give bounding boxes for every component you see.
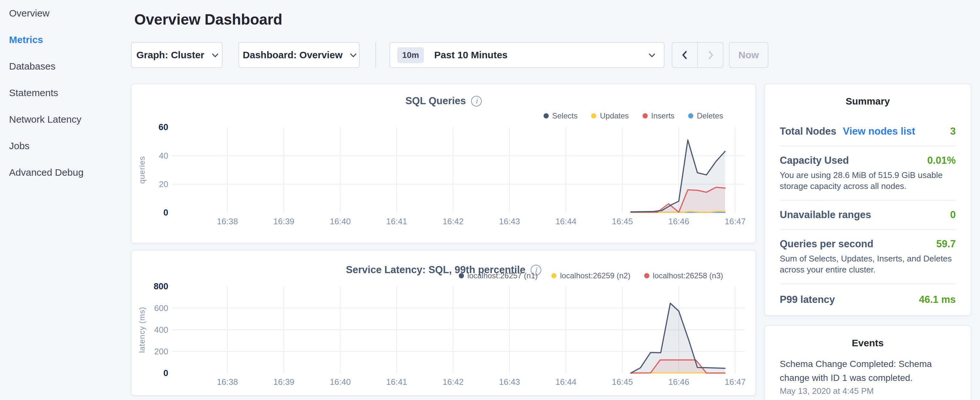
- summary-row-label: P99 latency: [780, 294, 835, 306]
- svg-text:60: 60: [159, 122, 168, 132]
- dashboard-selector-label: Dashboard: Overview: [243, 49, 342, 61]
- svg-text:16:44: 16:44: [555, 377, 576, 387]
- summary-row-label: Queries per second: [780, 238, 873, 250]
- svg-text:16:39: 16:39: [274, 217, 294, 226]
- svg-text:16:38: 16:38: [217, 217, 238, 226]
- sidebar-item-advanced-debug[interactable]: Advanced Debug: [0, 159, 131, 186]
- svg-text:16:45: 16:45: [612, 377, 633, 387]
- time-range-label: Past 10 Minutes: [434, 49, 508, 61]
- sidebar: Overview Metrics Databases Statements Ne…: [0, 0, 131, 186]
- svg-text:16:47: 16:47: [725, 217, 746, 226]
- events-title: Events: [780, 338, 956, 349]
- controls-divider: [375, 42, 376, 68]
- svg-text:0: 0: [163, 208, 168, 217]
- summary-row-label: Unavailable ranges: [780, 209, 871, 221]
- sidebar-item-jobs[interactable]: Jobs: [0, 133, 131, 159]
- event-list-item[interactable]: Schema Change Completed: Schema change w…: [780, 357, 956, 396]
- summary-divider: [780, 200, 956, 201]
- sidebar-item-network-latency[interactable]: Network Latency: [0, 106, 131, 133]
- summary-row-description: Sum of Selects, Updates, Inserts, and De…: [780, 253, 956, 275]
- svg-text:16:42: 16:42: [442, 377, 464, 387]
- summary-row-label: Total Nodes: [780, 126, 836, 137]
- summary-title: Summary: [780, 96, 956, 107]
- summary-panel: Summary Total Nodes View nodes list 3 Ca…: [764, 83, 971, 316]
- svg-text:16:45: 16:45: [612, 217, 633, 226]
- svg-text:16:46: 16:46: [668, 377, 689, 387]
- chevron-down-icon: [350, 51, 356, 57]
- summary-row-unavailable-ranges: Unavailable ranges 0: [780, 209, 956, 221]
- events-panel: Events Schema Change Completed: Schema c…: [764, 325, 971, 400]
- summary-row-total-nodes: Total Nodes View nodes list 3: [780, 126, 956, 137]
- view-nodes-list-link[interactable]: View nodes list: [843, 126, 915, 137]
- chevron-down-icon: [212, 51, 218, 57]
- svg-text:16:42: 16:42: [442, 217, 464, 226]
- svg-text:16:39: 16:39: [274, 377, 294, 387]
- summary-divider: [780, 284, 956, 284]
- svg-text:200: 200: [154, 347, 168, 356]
- graph-selector-label: Graph: Cluster: [136, 49, 204, 61]
- page-title: Overview Dashboard: [134, 10, 282, 29]
- svg-text:0: 0: [163, 368, 168, 378]
- svg-text:latency (ms): latency (ms): [137, 307, 146, 353]
- event-date: May 13, 2020 at 4:45 PM: [780, 386, 956, 396]
- time-range-badge: 10m: [397, 47, 424, 63]
- svg-text:16:43: 16:43: [499, 377, 520, 387]
- sidebar-item-statements[interactable]: Statements: [0, 80, 131, 106]
- svg-text:16:44: 16:44: [555, 217, 576, 226]
- summary-row-queries-per-second: Queries per second 59.7 Sum of Selects, …: [780, 238, 956, 275]
- dashboard-selector-dropdown[interactable]: Dashboard: Overview: [239, 42, 360, 68]
- svg-text:40: 40: [159, 151, 168, 161]
- chevron-right-icon: [706, 50, 715, 60]
- svg-text:600: 600: [154, 303, 168, 313]
- sidebar-item-overview[interactable]: Overview: [0, 0, 131, 27]
- now-button[interactable]: Now: [729, 42, 768, 68]
- previous-range-button[interactable]: [672, 43, 697, 67]
- svg-text:16:47: 16:47: [725, 377, 746, 387]
- time-range-dropdown[interactable]: 10m Past 10 Minutes: [390, 42, 665, 68]
- sql-queries-chart-card: SQL Queries i SelectsUpdatesInsertsDelet…: [131, 83, 756, 243]
- sidebar-item-databases[interactable]: Databases: [0, 53, 131, 80]
- svg-text:16:40: 16:40: [330, 377, 351, 387]
- chevron-left-icon: [680, 50, 690, 60]
- summary-row-capacity-used: Capacity Used 0.01% You are using 28.6 M…: [780, 155, 956, 191]
- summary-row-value: 3: [950, 126, 956, 137]
- svg-text:16:46: 16:46: [668, 217, 689, 226]
- event-text: Schema Change Completed: Schema change w…: [780, 357, 956, 385]
- service-latency-chart-card: Service Latency: SQL, 99th percentile i …: [131, 250, 756, 396]
- summary-row-value: 0: [950, 209, 956, 221]
- svg-text:800: 800: [154, 282, 168, 291]
- summary-row-description: You are using 28.6 MiB of 515.9 GiB usab…: [780, 170, 956, 191]
- next-range-button[interactable]: [697, 43, 723, 67]
- summary-divider: [780, 229, 956, 230]
- summary-row-label: Capacity Used: [780, 155, 849, 166]
- sidebar-item-metrics[interactable]: Metrics: [0, 27, 131, 53]
- time-step-buttons: [672, 42, 724, 68]
- graph-selector-dropdown[interactable]: Graph: Cluster: [131, 42, 223, 68]
- svg-text:16:41: 16:41: [386, 217, 407, 226]
- summary-row-p99-latency: P99 latency 46.1 ms: [780, 294, 956, 306]
- svg-text:20: 20: [159, 179, 168, 189]
- svg-text:16:43: 16:43: [499, 217, 520, 226]
- chevron-down-icon: [649, 51, 655, 57]
- svg-text:queries: queries: [137, 156, 146, 184]
- summary-row-value: 0.01%: [927, 155, 956, 166]
- summary-divider: [780, 146, 956, 146]
- svg-text:16:40: 16:40: [330, 217, 351, 226]
- summary-row-value: 46.1 ms: [919, 294, 956, 306]
- svg-text:16:38: 16:38: [217, 377, 238, 387]
- summary-row-value: 59.7: [936, 238, 956, 250]
- svg-text:400: 400: [154, 325, 168, 335]
- svg-text:16:41: 16:41: [386, 377, 407, 387]
